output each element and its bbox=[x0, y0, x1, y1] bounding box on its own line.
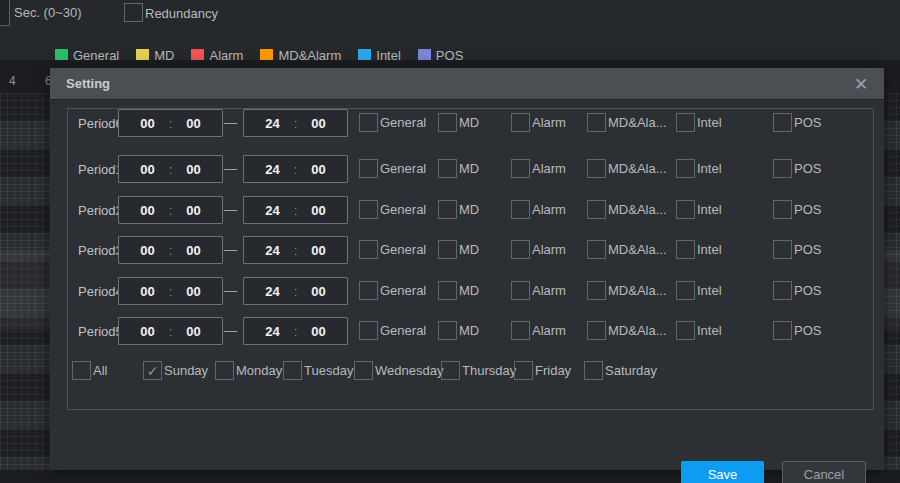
period-0-alarm-checkbox[interactable]: ✓ Alarm bbox=[511, 159, 566, 178]
checkbox-box[interactable]: ✓ bbox=[773, 240, 792, 259]
checkbox-box[interactable]: ✓ bbox=[587, 240, 606, 259]
period-4-md-alarm-checkbox[interactable]: ✓ MD&Ala... bbox=[587, 321, 667, 340]
period-2-general-checkbox[interactable]: ✓ General bbox=[359, 240, 426, 259]
period-5-pos-checkbox[interactable]: ✓ POS bbox=[773, 113, 821, 132]
checkbox-box[interactable]: ✓ bbox=[676, 281, 695, 300]
day-checkbox-6[interactable]: ✓ Friday bbox=[514, 361, 571, 380]
end-minute-value[interactable]: 00 bbox=[302, 203, 336, 218]
period-5-general-checkbox[interactable]: ✓ General bbox=[359, 113, 426, 132]
redundancy-checkbox[interactable]: Redundancy bbox=[124, 3, 218, 22]
period-5-intel-checkbox[interactable]: ✓ Intel bbox=[676, 113, 722, 132]
end-minute-value[interactable]: 00 bbox=[302, 284, 336, 299]
checkbox-box[interactable]: ✓ bbox=[354, 361, 373, 380]
period-0-intel-checkbox[interactable]: ✓ Intel bbox=[676, 159, 722, 178]
end-minute-value[interactable]: 00 bbox=[302, 162, 336, 177]
period-2-start-time-input[interactable]: 00 : 00 bbox=[118, 236, 223, 264]
checkbox-box[interactable]: ✓ bbox=[773, 113, 792, 132]
checkbox-box[interactable]: ✓ bbox=[441, 361, 460, 380]
checkbox-box[interactable]: ✓ bbox=[773, 281, 792, 300]
checkbox-box[interactable]: ✓ bbox=[359, 240, 378, 259]
checkbox-box[interactable]: ✓ bbox=[511, 159, 530, 178]
period-2-end-time-input[interactable]: 24 : 00 bbox=[243, 236, 348, 264]
period-1-general-checkbox[interactable]: ✓ General bbox=[359, 200, 426, 219]
period-3-alarm-checkbox[interactable]: ✓ Alarm bbox=[511, 281, 566, 300]
day-checkbox-0[interactable]: ✓ All bbox=[72, 361, 107, 380]
end-hour-value[interactable]: 24 bbox=[256, 324, 290, 339]
end-hour-value[interactable]: 24 bbox=[256, 284, 290, 299]
start-hour-value[interactable]: 00 bbox=[131, 243, 165, 258]
end-minute-value[interactable]: 00 bbox=[302, 243, 336, 258]
period-4-intel-checkbox[interactable]: ✓ Intel bbox=[676, 321, 722, 340]
checkbox-box[interactable]: ✓ bbox=[514, 361, 533, 380]
period-4-pos-checkbox[interactable]: ✓ POS bbox=[773, 321, 821, 340]
day-checkbox-2[interactable]: ✓ Monday bbox=[215, 361, 282, 380]
start-minute-value[interactable]: 00 bbox=[177, 243, 211, 258]
checkbox-box[interactable]: ✓ bbox=[773, 159, 792, 178]
period-1-end-time-input[interactable]: 24 : 00 bbox=[243, 196, 348, 224]
checkbox-box[interactable]: ✓ bbox=[359, 281, 378, 300]
period-0-md-alarm-checkbox[interactable]: ✓ MD&Ala... bbox=[587, 159, 667, 178]
start-hour-value[interactable]: 00 bbox=[131, 203, 165, 218]
period-0-start-time-input[interactable]: 00 : 00 bbox=[118, 155, 223, 183]
period-5-start-time-input[interactable]: 00 : 00 bbox=[118, 109, 223, 137]
period-0-pos-checkbox[interactable]: ✓ POS bbox=[773, 159, 821, 178]
period-5-md-alarm-checkbox[interactable]: ✓ MD&Ala... bbox=[587, 113, 667, 132]
period-3-md-alarm-checkbox[interactable]: ✓ MD&Ala... bbox=[587, 281, 667, 300]
start-hour-value[interactable]: 00 bbox=[131, 162, 165, 177]
close-icon[interactable]: ✕ bbox=[850, 73, 872, 95]
end-hour-value[interactable]: 24 bbox=[256, 203, 290, 218]
checkbox-box[interactable]: ✓ bbox=[143, 361, 162, 380]
start-minute-value[interactable]: 00 bbox=[177, 324, 211, 339]
period-1-start-time-input[interactable]: 00 : 00 bbox=[118, 196, 223, 224]
checkbox-box[interactable]: ✓ bbox=[511, 240, 530, 259]
end-hour-value[interactable]: 24 bbox=[256, 162, 290, 177]
start-hour-value[interactable]: 00 bbox=[131, 116, 165, 131]
period-0-general-checkbox[interactable]: ✓ General bbox=[359, 159, 426, 178]
checkbox-box[interactable]: ✓ bbox=[587, 281, 606, 300]
checkbox-box[interactable]: ✓ bbox=[676, 321, 695, 340]
period-2-intel-checkbox[interactable]: ✓ Intel bbox=[676, 240, 722, 259]
end-minute-value[interactable]: 00 bbox=[302, 116, 336, 131]
period-3-intel-checkbox[interactable]: ✓ Intel bbox=[676, 281, 722, 300]
checkbox-box[interactable]: ✓ bbox=[283, 361, 302, 380]
save-button[interactable]: Save bbox=[681, 461, 764, 483]
checkbox-box[interactable]: ✓ bbox=[676, 113, 695, 132]
start-hour-value[interactable]: 00 bbox=[131, 284, 165, 299]
checkbox-box[interactable]: ✓ bbox=[587, 113, 606, 132]
redundancy-checkbox-box[interactable] bbox=[124, 3, 143, 22]
period-1-md-alarm-checkbox[interactable]: ✓ MD&Ala... bbox=[587, 200, 667, 219]
checkbox-box[interactable]: ✓ bbox=[438, 321, 457, 340]
start-minute-value[interactable]: 00 bbox=[177, 116, 211, 131]
checkbox-box[interactable]: ✓ bbox=[438, 200, 457, 219]
checkbox-box[interactable]: ✓ bbox=[359, 159, 378, 178]
period-4-start-time-input[interactable]: 00 : 00 bbox=[118, 317, 223, 345]
checkbox-box[interactable]: ✓ bbox=[587, 159, 606, 178]
period-2-md-checkbox[interactable]: ✓ MD bbox=[438, 240, 479, 259]
checkbox-box[interactable]: ✓ bbox=[511, 321, 530, 340]
period-4-end-time-input[interactable]: 24 : 00 bbox=[243, 317, 348, 345]
day-checkbox-7[interactable]: ✓ Saturday bbox=[584, 361, 657, 380]
checkbox-box[interactable]: ✓ bbox=[438, 113, 457, 132]
period-0-md-checkbox[interactable]: ✓ MD bbox=[438, 159, 479, 178]
period-3-general-checkbox[interactable]: ✓ General bbox=[359, 281, 426, 300]
checkbox-box[interactable]: ✓ bbox=[438, 240, 457, 259]
period-4-alarm-checkbox[interactable]: ✓ Alarm bbox=[511, 321, 566, 340]
period-4-md-checkbox[interactable]: ✓ MD bbox=[438, 321, 479, 340]
period-3-pos-checkbox[interactable]: ✓ POS bbox=[773, 281, 821, 300]
checkbox-box[interactable]: ✓ bbox=[587, 200, 606, 219]
checkbox-box[interactable]: ✓ bbox=[773, 200, 792, 219]
checkbox-box[interactable]: ✓ bbox=[584, 361, 603, 380]
checkbox-box[interactable]: ✓ bbox=[676, 200, 695, 219]
period-1-pos-checkbox[interactable]: ✓ POS bbox=[773, 200, 821, 219]
day-checkbox-5[interactable]: ✓ Thursday bbox=[441, 361, 516, 380]
checkbox-box[interactable]: ✓ bbox=[511, 200, 530, 219]
checkbox-box[interactable]: ✓ bbox=[511, 113, 530, 132]
period-1-alarm-checkbox[interactable]: ✓ Alarm bbox=[511, 200, 566, 219]
checkbox-box[interactable]: ✓ bbox=[438, 281, 457, 300]
period-2-alarm-checkbox[interactable]: ✓ Alarm bbox=[511, 240, 566, 259]
checkbox-box[interactable]: ✓ bbox=[438, 159, 457, 178]
checkbox-box[interactable]: ✓ bbox=[676, 159, 695, 178]
checkbox-box[interactable]: ✓ bbox=[587, 321, 606, 340]
start-minute-value[interactable]: 00 bbox=[177, 284, 211, 299]
checkbox-box[interactable]: ✓ bbox=[359, 113, 378, 132]
